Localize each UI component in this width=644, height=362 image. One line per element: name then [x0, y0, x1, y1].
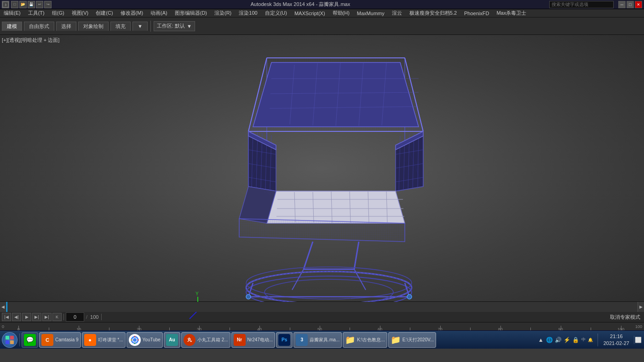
canvas-area[interactable]: X Y — [0, 35, 644, 301]
tray-volume[interactable]: 🔊 — [554, 336, 563, 344]
menu-view[interactable]: 视图(V) — [70, 10, 91, 17]
save-btn[interactable]: 💾 — [28, 1, 35, 8]
taskbar-audition[interactable]: Au — [164, 332, 180, 348]
frame-current-input[interactable]: 0 — [66, 312, 84, 322]
playback-sep — [63, 314, 64, 320]
chair-back — [239, 58, 423, 308]
chair-wireframe: X Y — [189, 49, 455, 334]
tab-freeform[interactable]: 自由形式 — [24, 22, 54, 31]
status-right: 取消专家模式 — [610, 314, 642, 321]
taskbar-folder-k-label: K:\古色教息... — [357, 337, 385, 343]
menu-render[interactable]: 渲染(R) — [213, 10, 233, 17]
menu-edit[interactable]: 编辑(E) — [2, 10, 23, 17]
taskbar-folder-e[interactable]: 📁 E:\天打2020V... — [388, 332, 437, 348]
close-btn[interactable]: ✕ — [635, 1, 642, 8]
svg-text:Y: Y — [196, 291, 199, 296]
play-btn[interactable]: ▶ — [22, 313, 31, 321]
new-btn[interactable]: □ — [11, 1, 18, 8]
svg-marker-9 — [253, 62, 419, 127]
clock-time: 21:16 — [610, 333, 623, 339]
tab-paint[interactable]: 对象绘制 — [78, 22, 109, 31]
undo-btn[interactable]: ↩ — [36, 1, 43, 8]
menu-help[interactable]: 帮助(H) — [331, 10, 351, 17]
play-end-btn[interactable]: ▶| — [42, 313, 52, 321]
taskbar-nr247[interactable]: Nr Nr247电动... — [231, 332, 276, 348]
menu-custom[interactable]: 自定义(U) — [263, 10, 289, 17]
minimize-btn[interactable]: ─ — [618, 1, 626, 8]
ruler-zero: 0 — [0, 324, 6, 329]
taskbar-nr247-label: Nr247电动... — [247, 337, 273, 343]
tab-select[interactable]: 选择 — [56, 22, 76, 31]
svg-marker-38 — [267, 191, 405, 223]
taskbar-right: ▲ 🌐 🔊 ⚡ 🔒 中 🔔 21:16 2021-02-27 ⬜ — [535, 331, 642, 349]
tab-modeling[interactable]: 建模 — [2, 22, 22, 31]
title-bar-controls: ─ □ ✕ — [549, 1, 642, 8]
svg-rect-71 — [6, 336, 9, 339]
taskbar-folder-k[interactable]: 📁 K:\古色教息... — [343, 332, 387, 348]
taskbar-wechat[interactable]: 💬 — [22, 332, 38, 348]
maximize-btn[interactable]: □ — [627, 1, 634, 8]
play-prev-btn[interactable]: |◀ — [2, 313, 11, 321]
menu-maxmummy[interactable]: MaxMummy — [355, 11, 386, 16]
start-button[interactable] — [2, 332, 17, 348]
taskbar-divider-1 — [19, 334, 20, 346]
menu-render100[interactable]: 渲染100 — [237, 10, 259, 17]
key-mode-btn[interactable]: K — [52, 313, 62, 321]
tray-power[interactable]: ⚡ — [563, 336, 571, 344]
search-input[interactable] — [549, 1, 614, 8]
menu-phoenixfd[interactable]: PhoenixFD — [462, 11, 491, 16]
folder-k-icon: 📁 — [345, 335, 355, 345]
toolbar-area: 建模 自由形式 选择 对象绘制 填充 ▼ 工作区: 默认 ▼ — [0, 17, 644, 35]
system-tray: ▲ 🌐 🔊 ⚡ 🔒 中 🔔 — [535, 336, 596, 344]
svg-line-51 — [354, 242, 359, 269]
title-bar-title: Autodesk 3ds Max 2014 x64 - 蒜瓣家具.max — [52, 1, 549, 8]
taskbar: 💬 C Camtasia 9 ● 叮咚课堂 *... YouTub — [0, 330, 644, 349]
ruler-container: 0 0102030405060708090100 100 — [0, 322, 644, 330]
tray-network[interactable]: 🌐 — [546, 336, 554, 344]
svg-point-77 — [133, 338, 137, 342]
taskbar-youtube[interactable]: YouTube — [126, 332, 163, 348]
tray-divider — [598, 334, 598, 346]
svg-rect-72 — [10, 336, 14, 339]
taskbar-camtasia-label: Camtasia 9 — [55, 337, 79, 342]
clock-area[interactable]: 21:16 2021-02-27 — [600, 333, 633, 346]
redo-btn[interactable]: ↪ — [44, 1, 52, 8]
taskbar-3dsmax[interactable]: 3 蒜瓣家具.ma... — [293, 332, 342, 348]
tray-chinese-1[interactable]: 中 — [581, 337, 586, 343]
svg-rect-73 — [6, 340, 9, 344]
menu-graph-editor[interactable]: 图形编辑器(D) — [173, 10, 209, 17]
play-next-btn[interactable]: ▶| — [32, 313, 41, 321]
taskbar-photoshop[interactable]: Ps — [276, 332, 293, 348]
svg-rect-74 — [10, 340, 14, 344]
menu-tools[interactable]: 工具(T) — [26, 10, 46, 17]
menu-bar: 编辑(E) 工具(T) 组(G) 视图(V) 创建(C) 修改器(M) 动画(A… — [0, 9, 644, 17]
taskbar-dingdong[interactable]: ● 叮咚课堂 *... — [82, 332, 126, 348]
play-back-btn[interactable]: ◀| — [12, 313, 21, 321]
svg-point-62 — [246, 294, 251, 299]
menu-animation[interactable]: 动画(A) — [149, 10, 169, 17]
menu-modifier[interactable]: 修改器(M) — [119, 10, 145, 17]
show-desktop-btn[interactable]: ⬜ — [634, 336, 642, 344]
menu-antivirus[interactable]: Max杀毒卫士 — [494, 10, 528, 17]
frame-total: 100 — [90, 314, 98, 320]
menu-group[interactable]: 组(G) — [50, 10, 66, 17]
tray-arrow[interactable]: ▲ — [537, 336, 545, 344]
taskbar-camtasia[interactable]: C Camtasia 9 — [39, 332, 81, 348]
tray-notif[interactable]: 🔔 — [587, 338, 594, 342]
app-icon[interactable]: 3 — [2, 1, 9, 8]
open-btn[interactable]: 📂 — [19, 1, 27, 8]
taskbar-3dsmax-label: 蒜瓣家具.ma... — [310, 337, 339, 343]
menu-renderyun[interactable]: 渲云 — [390, 10, 404, 17]
title-bar-left: 3 □ 📂 💾 ↩ ↪ — [2, 1, 52, 8]
ruler-end: 100 — [633, 324, 644, 329]
tab-extra[interactable]: ▼ — [132, 22, 148, 31]
timeline-right-btn[interactable]: ▶ — [638, 302, 644, 312]
tab-fill[interactable]: 填充 — [110, 22, 131, 31]
timeline-track[interactable] — [6, 302, 638, 312]
menu-create[interactable]: 创建(C) — [94, 10, 115, 17]
taskbar-xiaowantools[interactable]: 丸 小丸工具箱 2... — [181, 332, 230, 348]
menu-maxscript[interactable]: MAXScript(X) — [293, 11, 327, 16]
tray-security[interactable]: 🔒 — [572, 336, 580, 344]
menu-speed[interactable]: 极速瘦身安全归档5.2 — [408, 10, 459, 17]
timeline-left-btn[interactable]: ◀ — [0, 302, 6, 312]
